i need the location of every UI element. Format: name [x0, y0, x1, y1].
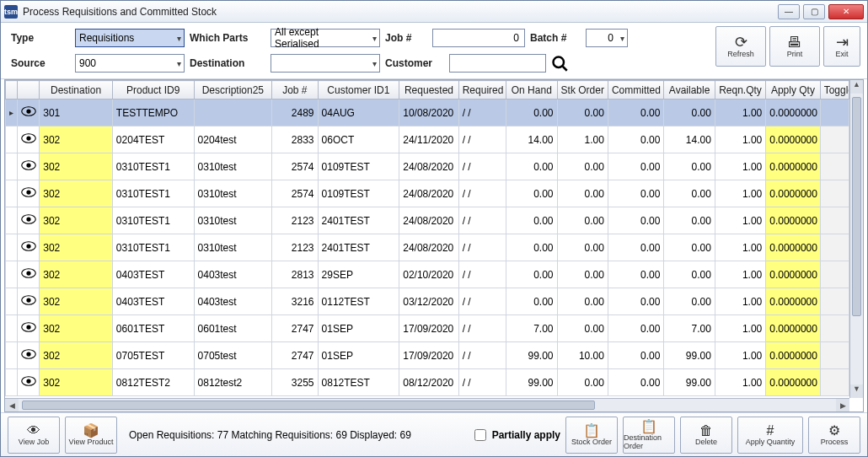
gears-icon: ⚙ [828, 424, 840, 438]
svg-point-11 [26, 217, 30, 221]
exit-button[interactable]: ⇥Exit [823, 26, 860, 67]
minimize-button[interactable]: ― [778, 4, 800, 19]
delete-button[interactable]: 🗑Delete [680, 417, 732, 454]
svg-point-7 [26, 163, 30, 167]
refresh-button[interactable]: ⟳Refresh [715, 26, 766, 67]
job-number-input[interactable] [432, 29, 525, 47]
clipboard-dest-icon: 📋 [640, 420, 657, 433]
vertical-scrollbar[interactable]: ▲▼ [849, 80, 863, 398]
svg-point-23 [26, 379, 30, 383]
column-header[interactable]: Reqn.Qty [715, 81, 765, 99]
eye-icon[interactable] [21, 348, 36, 360]
svg-point-3 [26, 109, 30, 113]
box-icon: 📦 [83, 424, 99, 438]
eye-icon[interactable] [21, 159, 36, 171]
grid: DestinationProduct ID9Description25Job #… [4, 79, 864, 412]
eye-icon[interactable] [21, 213, 36, 225]
filter-toolbar: Type Requisitions Which Parts All except… [1, 23, 867, 79]
column-header[interactable]: Job # [272, 81, 318, 99]
column-header[interactable]: Required [458, 81, 506, 99]
svg-point-5 [26, 136, 30, 140]
svg-point-21 [26, 352, 30, 356]
stock-order-button[interactable]: 📋Stock Order [565, 417, 618, 454]
column-header[interactable]: Product ID9 [112, 81, 194, 99]
clipboard-icon: 📋 [583, 424, 600, 438]
table-row[interactable]: 3020310TEST10310test25740109TEST24/08/20… [6, 153, 849, 180]
eye-icon[interactable] [21, 105, 36, 117]
eye-icon[interactable] [21, 267, 36, 279]
eye-icon[interactable] [21, 132, 36, 144]
destination-select[interactable] [271, 54, 380, 73]
customer-input[interactable] [449, 54, 546, 73]
svg-point-15 [26, 271, 30, 275]
app-icon: tsm [4, 5, 18, 19]
column-header[interactable]: Toggle [820, 81, 849, 99]
source-label: Source [11, 57, 70, 69]
table-row[interactable]: ▸301TESTTEMPO248904AUG10/08/2020/ /0.000… [6, 99, 849, 126]
window-title: Process Requisitions and Committed Stock [23, 6, 778, 18]
status-bar: 👁View Job 📦View Product Open Requisition… [1, 412, 867, 456]
trash-icon: 🗑 [699, 424, 713, 438]
type-select[interactable]: Requisitions [75, 29, 185, 47]
partially-apply-checkbox[interactable]: Partially apply [471, 427, 560, 444]
hash-icon: # [767, 424, 774, 438]
svg-point-0 [554, 57, 565, 68]
print-button[interactable]: 🖶Print [769, 26, 820, 67]
horizontal-scrollbar[interactable]: ◀▶ [5, 398, 849, 411]
column-header[interactable]: Requested [399, 81, 458, 99]
eye-icon[interactable] [21, 375, 36, 387]
svg-point-17 [26, 298, 30, 302]
view-product-button[interactable]: 📦View Product [65, 417, 117, 454]
column-header[interactable] [18, 81, 40, 99]
table-row[interactable]: 3020310TEST10310test21232401TEST24/08/20… [6, 207, 849, 234]
maximize-button[interactable]: ▢ [803, 4, 825, 19]
column-header[interactable]: Committed [608, 81, 663, 99]
column-header[interactable]: Customer ID1 [318, 81, 399, 99]
column-header[interactable]: Available [664, 81, 715, 99]
process-button[interactable]: ⚙Process [808, 417, 860, 454]
table-row[interactable]: 3020204TEST0204test283306OCT24/11/2020/ … [6, 126, 849, 153]
source-select[interactable]: 900 [75, 54, 185, 73]
column-header[interactable]: Apply Qty [766, 81, 820, 99]
customer-label: Customer [385, 57, 444, 69]
batch-select[interactable]: 0 [586, 29, 628, 47]
eye-icon: 👁 [27, 424, 40, 438]
svg-point-9 [26, 190, 30, 194]
column-header[interactable]: Description25 [194, 81, 272, 99]
table-row[interactable]: 3020812TEST20812test232550812TEST08/12/2… [6, 369, 849, 396]
destination-label: Destination [190, 57, 265, 69]
table-row[interactable]: 3020403TEST0403test281329SEP02/10/2020/ … [6, 261, 849, 288]
eye-icon[interactable] [21, 240, 36, 252]
eye-icon[interactable] [21, 294, 36, 306]
eye-icon[interactable] [21, 186, 36, 198]
view-job-button[interactable]: 👁View Job [8, 417, 60, 454]
exit-icon: ⇥ [836, 35, 849, 50]
eye-icon[interactable] [21, 321, 36, 333]
svg-point-19 [26, 325, 30, 329]
destination-order-button[interactable]: 📋Destination Order [623, 417, 675, 454]
customer-search-icon[interactable] [551, 55, 568, 72]
titlebar: tsm Process Requisitions and Committed S… [1, 1, 867, 23]
batch-label: Batch # [530, 32, 581, 44]
which-parts-label: Which Parts [190, 32, 265, 44]
svg-line-1 [563, 67, 567, 71]
column-header[interactable] [6, 81, 18, 99]
table-row[interactable]: 3020403TEST0403test32160112TEST03/12/202… [6, 288, 849, 315]
type-label: Type [11, 32, 70, 44]
apply-quantity-button[interactable]: #Apply Quantity [737, 417, 803, 454]
job-label: Job # [385, 32, 427, 44]
column-header[interactable]: On Hand [506, 81, 557, 99]
table-row[interactable]: 3020310TEST10310test21232401TEST24/08/20… [6, 234, 849, 261]
svg-point-13 [26, 244, 30, 248]
refresh-icon: ⟳ [735, 35, 747, 50]
which-parts-select[interactable]: All except Serialised [271, 29, 380, 47]
column-header[interactable]: Stk Order [557, 81, 608, 99]
requisitions-table[interactable]: DestinationProduct ID9Description25Job #… [5, 80, 849, 396]
close-button[interactable]: ✕ [828, 4, 864, 19]
column-header[interactable]: Destination [40, 81, 113, 99]
status-summary: Open Requisitions: 77 Matching Requisiti… [122, 429, 466, 441]
table-row[interactable]: 3020310TEST10310test25740109TEST24/08/20… [6, 180, 849, 207]
print-icon: 🖶 [787, 35, 802, 50]
table-row[interactable]: 3020601TEST0601test274701SEP17/09/2020/ … [6, 315, 849, 342]
table-row[interactable]: 3020705TEST0705test274701SEP17/09/2020/ … [6, 342, 849, 369]
